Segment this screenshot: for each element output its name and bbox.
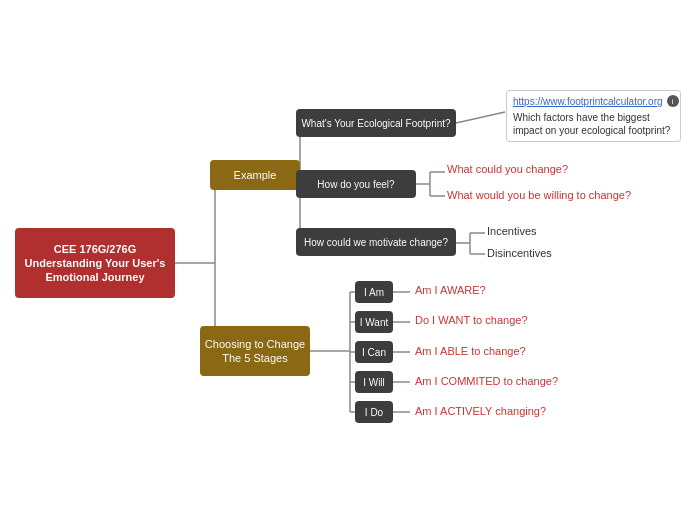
willingchange-label: What would you be willing to change? — [447, 189, 631, 201]
stage-ican-node: I Can — [355, 341, 393, 363]
info-url[interactable]: https://www.footprintcalculator.org — [513, 96, 663, 107]
stage-iwant-label: I Want — [360, 316, 389, 329]
info-description: Which factors have the biggest impact on… — [513, 111, 674, 137]
disincentives-label: Disincentives — [487, 247, 552, 259]
main-label: CEE 176G/276G Understanding Your User's … — [25, 242, 166, 285]
stage-ican-label: I Can — [362, 346, 386, 359]
stage-iwill-label: I Will — [363, 376, 385, 389]
example-node: Example — [210, 160, 300, 190]
main-node: CEE 176G/276G Understanding Your User's … — [15, 228, 175, 298]
howmotivate-node: How could we motivate change? — [296, 228, 456, 256]
stage-ido-label: I Do — [365, 406, 383, 419]
want-label: Do I WANT to change? — [415, 314, 528, 326]
example-label: Example — [234, 168, 277, 182]
howmotivate-label: How could we motivate change? — [304, 236, 448, 249]
whatchange-label: What could you change? — [447, 163, 568, 175]
stage-iam-label: I Am — [364, 286, 384, 299]
committed-label: Am I COMMITED to change? — [415, 375, 558, 387]
info-box: https://www.footprintcalculator.org i Wh… — [506, 90, 681, 142]
howfeel-node: How do you feel? — [296, 170, 416, 198]
stage-iam-node: I Am — [355, 281, 393, 303]
choosing-label: Choosing to Change The 5 Stages — [205, 337, 305, 366]
actively-label: Am I ACTIVELY changing? — [415, 405, 546, 417]
aware-label: Am I AWARE? — [415, 284, 486, 296]
howfeel-label: How do you feel? — [317, 178, 394, 191]
incentives-label: Incentives — [487, 225, 537, 237]
able-label: Am I ABLE to change? — [415, 345, 526, 357]
stage-iwant-node: I Want — [355, 311, 393, 333]
svg-line-9 — [456, 112, 505, 123]
info-icon: i — [667, 95, 679, 107]
stage-iwill-node: I Will — [355, 371, 393, 393]
choosing-node: Choosing to Change The 5 Stages — [200, 326, 310, 376]
footprint-node: What's Your Ecological Footprint? — [296, 109, 456, 137]
stage-ido-node: I Do — [355, 401, 393, 423]
footprint-label: What's Your Ecological Footprint? — [299, 115, 452, 132]
